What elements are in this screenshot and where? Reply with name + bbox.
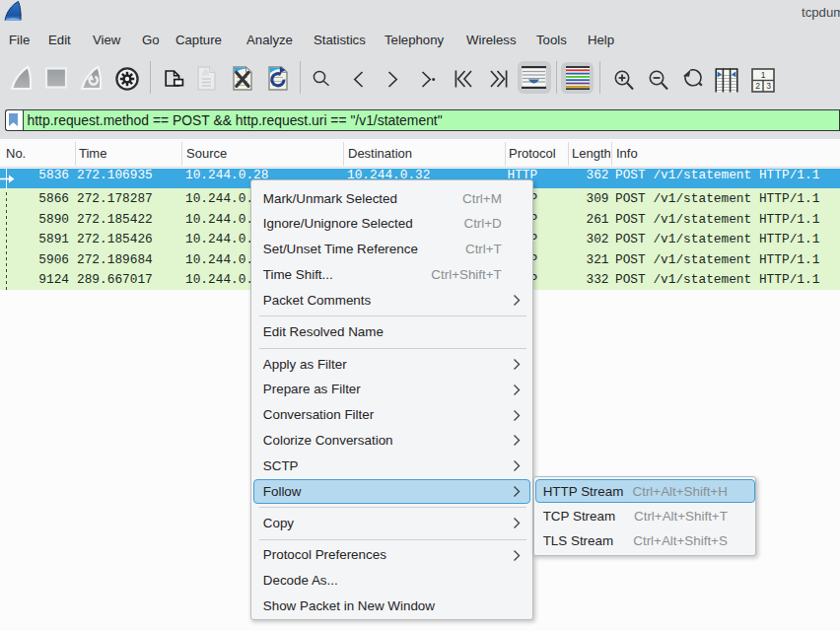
svg-text:1: 1	[760, 69, 765, 79]
svg-text:2: 2	[755, 81, 760, 91]
svg-text:3: 3	[766, 81, 771, 91]
